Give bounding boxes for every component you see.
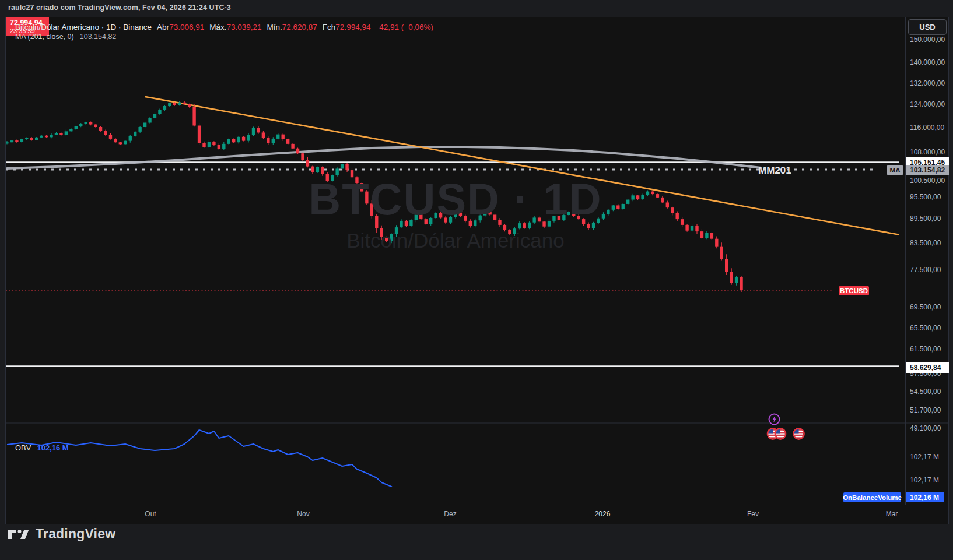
ma-legend[interactable]: MA (201, close, 0)103.154,82: [15, 33, 116, 41]
price-axis-tick: 116.000,00: [910, 124, 944, 132]
price-axis-tick: 150.000,00: [910, 36, 945, 44]
price-axis-tick: 54.500,00: [910, 388, 941, 396]
price-axis-tick: 132.000,00: [910, 79, 945, 87]
open-value: 73.006,91: [169, 23, 204, 31]
time-axis-tick: Out: [145, 510, 156, 518]
tradingview-logo[interactable]: TradingView: [8, 526, 115, 542]
obv-axis-tick: 102,17 M: [910, 453, 939, 461]
high-value: 73.039,21: [226, 23, 261, 31]
price-axis-tick: 49.100,00: [910, 424, 941, 432]
price-axis-tick: 77.500,00: [910, 266, 941, 274]
close-value: 72.994,94: [335, 23, 370, 31]
obv-legend-label[interactable]: OBV: [15, 443, 31, 452]
obv-axis-tick: 102,17 M: [910, 476, 939, 484]
price-axis-tick: 108.000,00: [910, 148, 945, 156]
lower-level-price-badge: 58.629,84: [906, 362, 949, 373]
ma201-annotation: MM201: [758, 165, 791, 177]
close-label: Fch: [323, 23, 336, 31]
price-axis-tick: 124.000,00: [910, 100, 945, 108]
tradingview-logo-text: TradingView: [36, 526, 115, 542]
obv-value-badge: 102,16 M: [906, 492, 944, 502]
symbol-title[interactable]: Bitcoin/Dólar Americano · 1D · Binance: [15, 23, 152, 31]
time-axis-tick: Mar: [886, 510, 898, 518]
open-label: Abr: [157, 23, 169, 31]
price-axis-tick: 140.000,00: [910, 58, 945, 66]
high-label: Máx.: [209, 23, 226, 31]
price-axis-tick: 95.500,00: [910, 193, 941, 201]
change-value: −42,91 (−0,06%): [374, 23, 433, 31]
price-axis-tick: 89.500,00: [910, 214, 941, 223]
time-axis-tick: 2026: [595, 510, 611, 518]
low-label: Mín.: [267, 23, 282, 31]
ma-axis-chip: MA: [887, 165, 903, 175]
lightning-event-icon[interactable]: [768, 413, 780, 428]
time-axis-tick: Nov: [297, 510, 309, 518]
symbol-price-line-chip: BTCUSD: [839, 286, 869, 295]
screenshot-root: raulc27 criado com TradingView.com, Fev …: [0, 0, 953, 560]
symbol-legend[interactable]: Bitcoin/Dólar Americano · 1D · BinanceAb…: [15, 23, 433, 31]
obv-legend-value: 102,16 M: [37, 443, 68, 452]
us-flag-event-icon-2[interactable]: [792, 427, 805, 443]
chart-widget: BTCUSD · 1D Bitcoin/Dólar Americano Bitc…: [5, 17, 949, 524]
price-axis-tick: 65.500,00: [910, 324, 941, 332]
attribution-text: raulc27 criado com TradingView.com, Fev …: [8, 3, 231, 12]
price-axis-tick: 61.500,00: [910, 345, 941, 353]
price-axis-tick: 69.500,00: [910, 303, 941, 311]
price-scale[interactable]: 150.000,00140.000,00132.000,00124.000,00…: [905, 17, 950, 505]
time-axis-tick: Fev: [747, 510, 759, 518]
obv-indicator-chip[interactable]: OnBalanceVolume: [843, 492, 901, 502]
time-axis-tick: Dez: [444, 510, 456, 518]
time-axis[interactable]: OutNovDez2026FevMar: [6, 505, 950, 524]
ma-legend-label[interactable]: MA (201, close, 0): [15, 33, 74, 41]
tradingview-logo-mark: [8, 527, 30, 541]
us-flag-event-icon[interactable]: [766, 427, 794, 443]
price-axis-tick: 83.500,00: [910, 239, 941, 247]
currency-unit-button[interactable]: USD: [908, 19, 947, 35]
ma-axis-price-badge: 103.154,82: [906, 165, 949, 175]
ma-legend-value: 103.154,82: [80, 33, 117, 41]
price-axis-tick: 100.500,00: [910, 177, 945, 185]
chart-canvas[interactable]: [6, 17, 948, 524]
obv-legend[interactable]: OBV102,16 M: [15, 443, 69, 452]
price-axis-tick: 51.700,00: [910, 406, 941, 414]
low-value: 72.620,87: [282, 23, 317, 31]
